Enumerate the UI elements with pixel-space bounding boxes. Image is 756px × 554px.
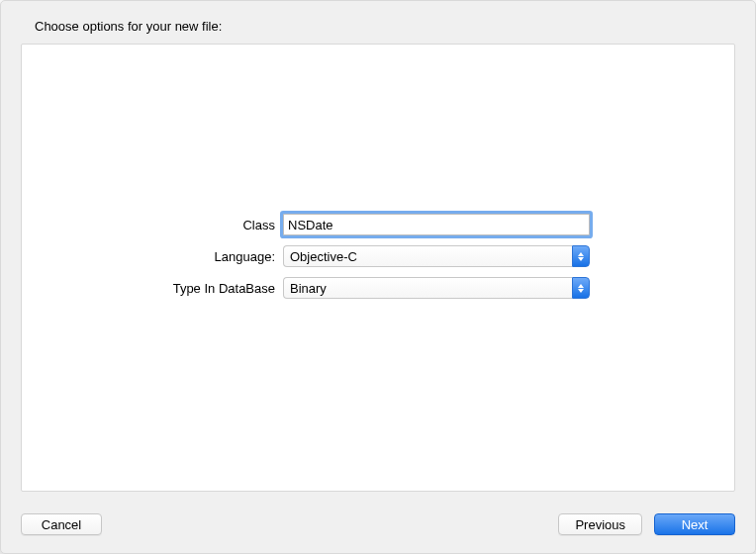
chevron-up-icon — [578, 284, 584, 288]
language-label: Language: — [22, 249, 275, 264]
type-in-database-select-value: Binary — [283, 277, 572, 299]
form-area: Class Language: Objective-C Type In Data… — [22, 214, 734, 299]
next-button[interactable]: Next — [654, 513, 735, 535]
type-in-database-row: Type In DataBase Binary — [22, 277, 734, 299]
chevron-down-icon — [578, 257, 584, 261]
options-panel: Class Language: Objective-C Type In Data… — [21, 44, 735, 492]
language-select-button[interactable] — [572, 245, 590, 267]
previous-button[interactable]: Previous — [558, 513, 642, 535]
language-select-value: Objective-C — [283, 245, 572, 267]
class-input[interactable] — [283, 214, 590, 235]
class-input-wrap — [283, 214, 590, 235]
new-file-options-dialog: Choose options for your new file: Class … — [0, 0, 756, 554]
type-in-database-select-button[interactable] — [572, 277, 590, 299]
dialog-header: Choose options for your new file: — [21, 19, 735, 34]
language-select[interactable]: Objective-C — [283, 245, 590, 267]
chevron-up-icon — [578, 252, 584, 256]
class-label: Class — [22, 218, 275, 232]
type-in-database-select[interactable]: Binary — [283, 277, 590, 299]
type-in-database-label: Type In DataBase — [22, 281, 275, 296]
chevron-down-icon — [578, 289, 584, 293]
cancel-button[interactable]: Cancel — [21, 513, 102, 535]
language-row: Language: Objective-C — [22, 245, 734, 267]
dialog-footer: Cancel Previous Next — [21, 492, 735, 535]
class-row: Class — [22, 214, 734, 235]
